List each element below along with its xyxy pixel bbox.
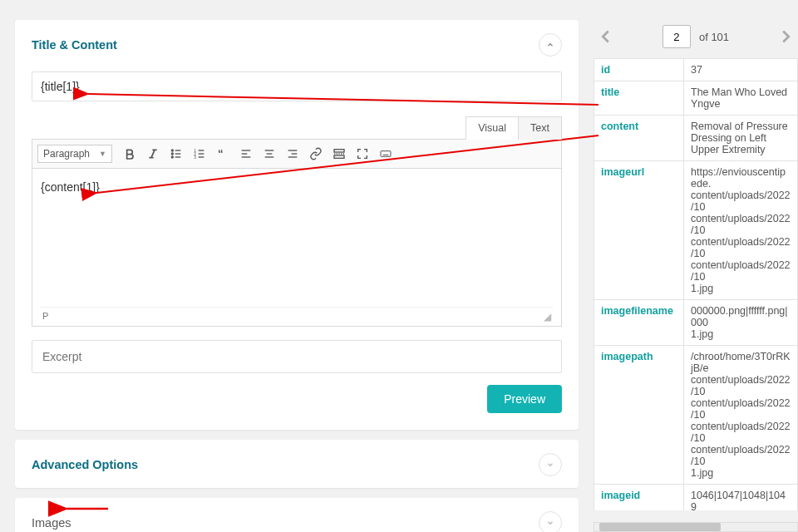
- record-key[interactable]: id: [594, 59, 684, 81]
- pager-next-button[interactable]: [776, 27, 795, 46]
- align-right-button[interactable]: [282, 143, 303, 165]
- record-key[interactable]: imagefilename: [594, 300, 684, 346]
- svg-text:“: “: [218, 147, 224, 160]
- resize-grip-icon[interactable]: ◢: [544, 311, 551, 323]
- record-preview-column: of 101 id37titleThe Man Who Loved Yngvec…: [594, 20, 798, 532]
- tab-visual[interactable]: Visual: [466, 116, 519, 140]
- keyboard-icon: [379, 147, 392, 160]
- editor-toolbar: Paragraph ▼ 123 “: [32, 139, 562, 169]
- expand-advanced-options-button[interactable]: [539, 453, 562, 476]
- table-row: imageurlhttps://enviouscentipede. conten…: [594, 161, 798, 300]
- format-select[interactable]: Paragraph ▼: [37, 145, 112, 163]
- panel-images-heading: Images: [32, 516, 71, 530]
- record-value: 1046|1047|1048|1049: [684, 485, 798, 519]
- blockquote-button[interactable]: “: [212, 143, 234, 165]
- title-input[interactable]: [32, 71, 562, 101]
- link-button[interactable]: [305, 143, 327, 165]
- svg-text:3: 3: [194, 155, 196, 160]
- table-row: id37: [594, 59, 798, 81]
- horizontal-scrollbar[interactable]: [594, 522, 798, 532]
- svg-rect-27: [334, 155, 344, 158]
- fullscreen-icon: [356, 147, 369, 160]
- record-key[interactable]: imagepath: [594, 346, 684, 485]
- toolbar-toggle-button[interactable]: [375, 143, 397, 165]
- italic-icon: [146, 147, 160, 160]
- content-editor[interactable]: {content[1]} P ◢: [32, 169, 562, 327]
- record-table: id37titleThe Man Who Loved YngvecontentR…: [594, 58, 798, 519]
- bold-button[interactable]: [119, 143, 140, 165]
- panel-images: Images: [15, 498, 579, 532]
- align-left-button[interactable]: [235, 143, 257, 165]
- table-row: imagetitle000000.png|ffffff.png|000 1.jp…: [594, 519, 798, 520]
- table-row: contentRemoval of Pressure Dressing on L…: [594, 116, 798, 161]
- record-value: 000000.png|ffffff.png|000 1.jpg: [684, 519, 798, 520]
- tab-text[interactable]: Text: [518, 116, 562, 140]
- editor-status-path: P: [42, 311, 48, 323]
- svg-rect-25: [334, 150, 344, 152]
- record-value: /chroot/home/3T0rRKjB/e content/uploads/…: [684, 346, 798, 485]
- expand-images-button[interactable]: [539, 511, 562, 532]
- chevron-down-icon: [546, 519, 554, 527]
- table-row: imagepath/chroot/home/3T0rRKjB/e content…: [594, 346, 798, 485]
- read-more-button[interactable]: [328, 143, 350, 165]
- align-right-icon: [286, 147, 299, 160]
- chevron-up-icon: [546, 41, 554, 49]
- panel-advanced-options: Advanced Options: [15, 440, 579, 488]
- content-editor-text: {content[1]}: [41, 180, 553, 194]
- list-ol-icon: 123: [193, 147, 206, 160]
- align-center-icon: [263, 147, 276, 160]
- table-row: imageid1046|1047|1048|1049: [594, 485, 798, 519]
- fullscreen-button[interactable]: [352, 143, 373, 165]
- svg-point-5: [171, 156, 173, 158]
- table-row: titleThe Man Who Loved Yngve: [594, 81, 798, 116]
- record-key[interactable]: title: [594, 81, 684, 116]
- numbered-list-button[interactable]: 123: [189, 143, 210, 165]
- chevron-down-icon: ▼: [99, 150, 106, 158]
- quote-icon: “: [216, 147, 229, 160]
- panel-title-content-heading: Title & Content: [32, 38, 117, 52]
- link-icon: [309, 147, 323, 160]
- table-row: imagefilename000000.png|ffffff.png|000 1…: [594, 300, 798, 346]
- bold-icon: [123, 147, 136, 160]
- collapse-title-content-button[interactable]: [539, 33, 562, 57]
- scroll-thumb[interactable]: [599, 523, 721, 531]
- pager-prev-button[interactable]: [597, 27, 615, 46]
- chevron-down-icon: [546, 461, 554, 469]
- record-value: The Man Who Loved Yngve: [684, 81, 798, 116]
- record-key[interactable]: imageurl: [594, 161, 684, 300]
- preview-button[interactable]: Preview: [487, 385, 562, 413]
- record-key[interactable]: imagetitle: [594, 519, 684, 520]
- excerpt-input[interactable]: [32, 340, 562, 373]
- align-left-icon: [239, 147, 253, 160]
- format-select-label: Paragraph: [43, 148, 90, 160]
- read-more-icon: [332, 147, 346, 160]
- record-value: 37: [684, 59, 798, 81]
- svg-rect-28: [381, 151, 391, 157]
- panel-advanced-options-heading: Advanced Options: [32, 458, 138, 471]
- svg-point-3: [171, 150, 173, 151]
- pager-current-input[interactable]: [663, 25, 691, 48]
- panel-title-content: Title & Content Visual Text Paragraph ▼: [15, 20, 579, 430]
- record-value: 000000.png|ffffff.png|000 1.jpg: [684, 300, 798, 346]
- record-key[interactable]: imageid: [594, 485, 684, 519]
- italic-button[interactable]: [142, 143, 164, 165]
- svg-point-4: [171, 153, 173, 155]
- record-key[interactable]: content: [594, 116, 684, 161]
- align-center-button[interactable]: [259, 143, 280, 165]
- svg-line-0: [151, 150, 155, 157]
- record-value: Removal of Pressure Dressing on Left Upp…: [684, 116, 798, 161]
- record-value: https://enviouscentipede. content/upload…: [684, 161, 798, 300]
- pager-of-label: of 101: [699, 31, 729, 43]
- list-ul-icon: [170, 147, 183, 160]
- bullet-list-button[interactable]: [165, 143, 187, 165]
